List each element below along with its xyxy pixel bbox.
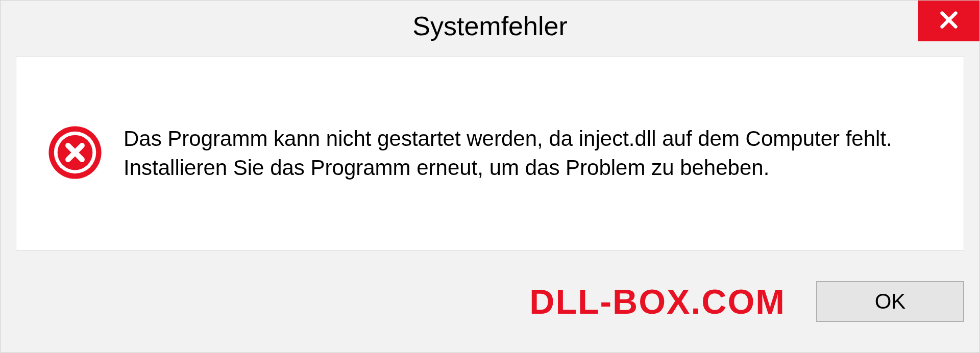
error-icon [47, 124, 103, 183]
content-panel: Das Programm kann nicht gestartet werden… [16, 57, 964, 250]
ok-button[interactable]: OK [816, 281, 964, 322]
error-message: Das Programm kann nicht gestartet werden… [124, 124, 933, 182]
close-button[interactable] [918, 1, 979, 41]
titlebar: Systemfehler [1, 1, 979, 52]
dialog-title: Systemfehler [412, 11, 567, 41]
close-icon [939, 10, 959, 32]
dialog-footer: DLL-BOX.COM OK [1, 261, 979, 352]
watermark-text: DLL-BOX.COM [529, 282, 786, 321]
error-dialog: Systemfehler Das Programm kann nicht ges… [0, 0, 980, 353]
